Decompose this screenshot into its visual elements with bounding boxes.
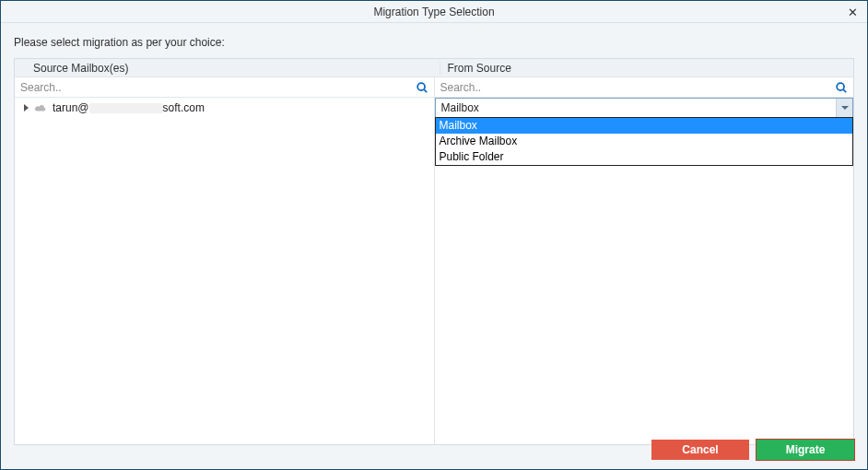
from-source-dropdown[interactable]: Mailbox Mailbox Archive Mailbox Public F… bbox=[435, 98, 854, 118]
cancel-button[interactable]: Cancel bbox=[651, 440, 749, 460]
dropdown-value: Mailbox bbox=[436, 101, 837, 114]
window-title: Migration Type Selection bbox=[373, 6, 494, 18]
chevron-down-icon bbox=[841, 106, 849, 110]
search-input-source[interactable] bbox=[15, 77, 434, 97]
mailbox-email-prefix: tarun@ bbox=[53, 101, 89, 114]
from-source-cell: Mailbox Mailbox Archive Mailbox Public F… bbox=[434, 98, 854, 444]
mailbox-email: tarun@soft.com bbox=[53, 101, 205, 114]
search-icon bbox=[416, 81, 428, 94]
mailbox-tree-item[interactable]: tarun@soft.com bbox=[15, 98, 434, 118]
search-row bbox=[15, 77, 853, 98]
footer-buttons: Cancel Migrate bbox=[651, 440, 854, 460]
dropdown-toggle[interactable] bbox=[836, 99, 852, 117]
search-input-from-source[interactable] bbox=[435, 77, 854, 97]
column-header-from-source: From Source bbox=[440, 62, 854, 75]
cloud-icon bbox=[34, 102, 47, 113]
title-bar: Migration Type Selection ✕ bbox=[1, 1, 867, 23]
dropdown-option-archive-mailbox[interactable]: Archive Mailbox bbox=[436, 134, 853, 149]
columns-header: Source Mailbox(es) From Source bbox=[15, 59, 853, 77]
search-cell-right bbox=[434, 77, 854, 98]
close-icon: ✕ bbox=[848, 6, 858, 19]
search-cell-left bbox=[15, 77, 434, 98]
instruction-text: Please select migration as per your choi… bbox=[1, 23, 867, 58]
svg-point-0 bbox=[417, 83, 425, 90]
svg-line-3 bbox=[843, 89, 846, 92]
dropdown-list: Mailbox Archive Mailbox Public Folder bbox=[435, 117, 854, 166]
content-panel: Source Mailbox(es) From Source bbox=[14, 58, 854, 445]
svg-point-2 bbox=[837, 83, 844, 90]
redacted-segment bbox=[89, 103, 163, 113]
expand-caret-icon bbox=[24, 104, 29, 112]
source-mailbox-tree: tarun@soft.com bbox=[15, 98, 434, 444]
dropdown-option-mailbox[interactable]: Mailbox bbox=[436, 118, 853, 134]
close-button[interactable]: ✕ bbox=[838, 1, 867, 23]
dropdown-option-public-folder[interactable]: Public Folder bbox=[436, 149, 853, 165]
body-row: tarun@soft.com Mailbox Mailbox Archive M… bbox=[15, 98, 853, 444]
svg-line-1 bbox=[424, 89, 427, 92]
mailbox-email-suffix: soft.com bbox=[163, 101, 205, 114]
search-icon bbox=[835, 81, 848, 94]
column-header-source-mailbox: Source Mailbox(es) bbox=[15, 62, 440, 75]
migrate-button[interactable]: Migrate bbox=[757, 440, 854, 460]
